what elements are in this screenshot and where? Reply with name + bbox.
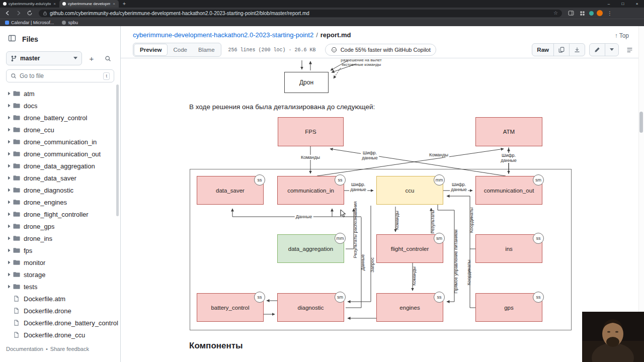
github-favicon (62, 2, 66, 6)
tab-code[interactable]: Code (168, 44, 193, 56)
tree-folder-drone_battery_control[interactable]: drone_battery_control (0, 112, 120, 124)
forward-button[interactable] (15, 9, 23, 17)
edge-label: Шифр. данные (500, 153, 518, 163)
tree-file-Dockerfile.drone_battery_control[interactable]: Dockerfile.drone_battery_control (0, 317, 120, 329)
minimize-button[interactable]: – (602, 2, 616, 6)
tree-folder-storage[interactable]: storage (0, 268, 120, 281)
edit-dropdown-button[interactable] (605, 44, 618, 56)
diagram-annotation: разрешение на вылет экстренные команды (336, 58, 386, 67)
node-label: diagnostic (298, 305, 324, 311)
tree-folder-docs[interactable]: docs (0, 100, 120, 112)
maximize-button[interactable]: □ (616, 2, 630, 6)
tree-folder-drone_ccu[interactable]: drone_ccu (0, 124, 120, 136)
tree-item-label: tests (24, 283, 37, 291)
reload-button[interactable] (26, 9, 34, 17)
profile-avatar[interactable] (597, 10, 603, 16)
tab-preview[interactable]: Preview (134, 44, 168, 56)
edge-label: Координаты (469, 208, 474, 233)
tree-scrollbar[interactable] (116, 84, 119, 216)
diagram-node-communication_out: communication_outsm (475, 176, 542, 205)
go-to-file-input[interactable] (20, 72, 100, 79)
tree-folder-drone_gps[interactable]: drone_gps (0, 220, 120, 232)
edge-label: Команды (394, 211, 399, 230)
extension-icon[interactable] (589, 11, 594, 16)
node-badge: ss (434, 292, 445, 303)
diagram-node-ccu: ccumm (376, 176, 443, 205)
browser-menu-icon[interactable]: ⋮ (606, 11, 614, 16)
file-tree: atmdocsdrone_battery_controldrone_ccudro… (0, 87, 120, 341)
tree-folder-drone_communication_out[interactable]: drone_communication_out (0, 148, 120, 160)
bookmark-item[interactable]: Calendar | Microsof... (5, 20, 54, 25)
tab-title: cyberimmunity-edu/cyberimm... (9, 2, 51, 6)
extensions-icon[interactable] (578, 9, 586, 17)
share-feedback-link[interactable]: Share feedback (50, 346, 89, 352)
bookmark-item[interactable]: spbu (62, 20, 78, 25)
bookmarks-bar: Calendar | Microsof... spbu (0, 19, 644, 26)
side-panel-icon[interactable] (567, 9, 575, 17)
tree-file-Dockerfile.drone[interactable]: Dockerfile.drone (0, 305, 120, 317)
tree-item-label: drone_gps (24, 223, 54, 230)
tree-folder-tests[interactable]: tests (0, 281, 120, 293)
back-to-top-link[interactable]: ↑ Top (615, 32, 629, 39)
tree-folder-drone_data_aggregation[interactable]: drone_data_aggregation (0, 160, 120, 172)
tree-folder-atm[interactable]: atm (0, 87, 120, 100)
collapse-sidebar-icon[interactable] (8, 34, 16, 44)
folder-icon (13, 259, 24, 266)
chevron-right-icon (5, 212, 13, 216)
node-badge: mm (335, 233, 346, 244)
branch-selector[interactable]: master (6, 51, 82, 65)
window-controls: – □ × (602, 0, 644, 8)
page-scrollbar-thumb[interactable] (639, 112, 643, 133)
edge-label: Результаты распознавания (353, 202, 358, 258)
edit-button[interactable] (590, 44, 605, 56)
tree-folder-drone_communication_in[interactable]: drone_communication_in (0, 136, 120, 148)
documentation-link[interactable]: Documentation (6, 346, 43, 352)
node-badge: ss (254, 292, 265, 303)
browser-tabstrip: cyberimmunity-edu/cyberimm... × cyberimm… (0, 0, 644, 8)
diagram-node-ATM: ATM (475, 117, 542, 146)
browser-tab-2[interactable]: cyberimmune development-h... × (59, 0, 119, 8)
breadcrumb-repo-link[interactable]: cyberimmune-development-hackathon2.0-202… (133, 31, 313, 39)
tree-item-label: atm (24, 90, 35, 98)
edge-label: Шифр. данные (361, 150, 379, 160)
download-button[interactable] (569, 44, 585, 56)
url-bar[interactable]: github.com/cyberimmunity-edu/cyberimmune… (39, 10, 562, 17)
back-button[interactable] (4, 9, 12, 17)
tree-item-label: drone_flight_controller (24, 211, 89, 218)
tree-file-Dockerfile.drone_ccu[interactable]: Dockerfile.drone_ccu (0, 329, 120, 341)
tree-item-label: drone_communication_in (24, 138, 97, 146)
edge-label: Запрос (370, 257, 375, 273)
search-icon (11, 73, 17, 79)
tree-folder-drone_engines[interactable]: drone_engines (0, 196, 120, 208)
node-badge: sm (335, 292, 346, 303)
raw-button[interactable]: Raw (532, 44, 553, 56)
tree-folder-fps[interactable]: fps (0, 244, 120, 256)
diagram-node-FPS: FPS (278, 117, 344, 146)
tree-file-Dockerfile.atm[interactable]: Dockerfile.atm (0, 293, 120, 305)
copy-button[interactable] (553, 44, 569, 56)
browser-tab-1[interactable]: cyberimmunity-edu/cyberimm... × (0, 0, 59, 8)
search-button[interactable] (101, 52, 114, 65)
tree-folder-drone_diagnostic[interactable]: drone_diagnostic (0, 184, 120, 196)
tree-folder-drone_ins[interactable]: drone_ins (0, 232, 120, 244)
tree-folder-drone_data_saver[interactable]: drone_data_saver (0, 172, 120, 184)
close-button[interactable]: × (630, 2, 644, 6)
go-to-file-box[interactable]: t (6, 69, 114, 82)
bookmark-star-icon[interactable]: ☆ (553, 11, 558, 16)
copilot-banner[interactable]: Code 55% faster with GitHub Copilot (325, 44, 436, 56)
chevron-right-icon (5, 164, 13, 168)
tab-close-icon[interactable]: × (53, 2, 56, 6)
github-page: Files master + t atmdocsdrone_battery_co… (0, 26, 644, 362)
tree-item-label: docs (24, 102, 37, 110)
diagram-node-data_aggregation: data_aggregationmm (277, 234, 344, 263)
tab-close-icon[interactable]: × (112, 2, 116, 6)
edge-label: Шифр. данные (349, 182, 367, 192)
tree-folder-drone_flight_controller[interactable]: drone_flight_controller (0, 208, 120, 220)
new-tab-button[interactable]: + (119, 0, 130, 8)
tree-folder-monitor[interactable]: monitor (0, 256, 120, 268)
add-file-button[interactable]: + (85, 52, 98, 65)
diagram-node-diagnostic: diagnosticsm (277, 293, 344, 322)
tab-blame[interactable]: Blame (193, 44, 220, 56)
outline-button[interactable] (623, 43, 636, 56)
raw-button-group: Raw (532, 43, 585, 56)
